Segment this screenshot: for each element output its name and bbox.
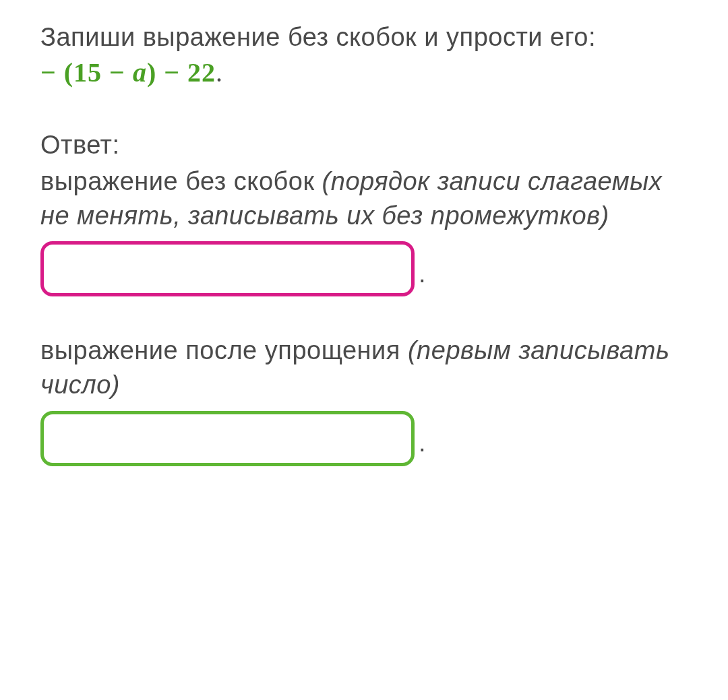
field2-label: выражение после упрощения [40,336,408,364]
instruction-text: Запиши выражение без скобок и упрости ег… [40,20,688,55]
field2-period: . [419,426,426,460]
field2-wrapper: . [40,411,688,466]
problem-statement: Запиши выражение без скобок и упрости ег… [40,20,688,91]
field1-label: выражение без скобок [40,167,322,195]
field1-period: . [419,257,426,291]
math-expression: − (15 − a) − 22. [40,55,688,91]
expression-without-brackets-input[interactable] [40,241,415,296]
field1-wrapper: . [40,241,688,296]
simplified-expression-input[interactable] [40,411,415,466]
field1-section: выражение без скобок (порядок записи сла… [40,164,688,297]
answer-label: Ответ: [40,128,688,162]
field2-section: выражение после упрощения (первым записы… [40,333,688,466]
field2-description: выражение после упрощения (первым записы… [40,333,688,403]
field1-description: выражение без скобок (порядок записи сла… [40,164,688,234]
